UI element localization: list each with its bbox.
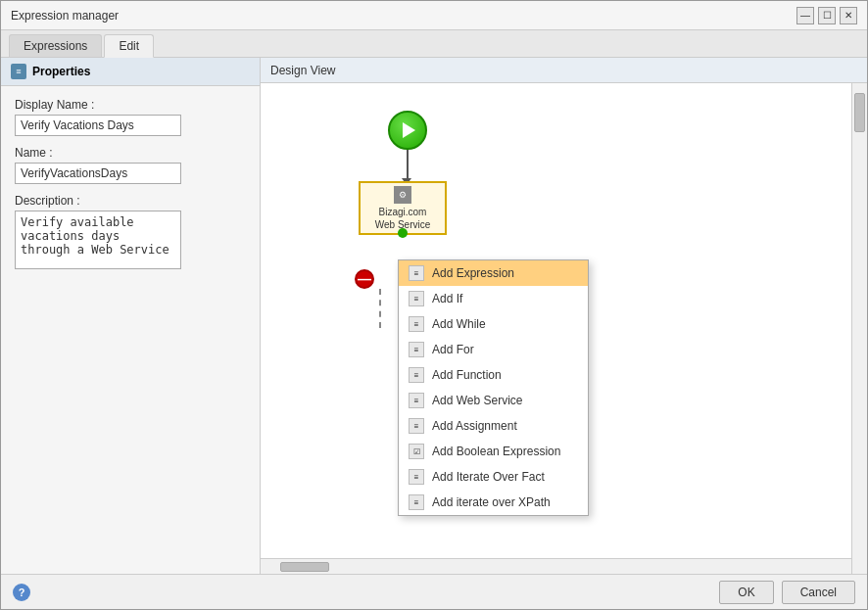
tabs-bar: Expressions Edit <box>1 30 867 58</box>
scrollbar-horizontal[interactable] <box>261 558 851 574</box>
connector-line <box>407 150 409 181</box>
expression-manager-window: Expression manager — ☐ ✕ Expressions Edi… <box>0 0 868 610</box>
menu-item-add-if[interactable]: ≡ Add If <box>399 286 588 311</box>
display-name-input[interactable] <box>15 115 181 136</box>
scroll-thumb-vertical[interactable] <box>854 93 865 132</box>
start-node <box>388 111 427 150</box>
name-field-group: Name : <box>15 146 246 184</box>
display-name-label: Display Name : <box>15 98 246 112</box>
tab-edit[interactable]: Edit <box>104 34 154 58</box>
menu-item-add-iterate-over-fact[interactable]: ≡ Add Iterate Over Fact <box>399 464 588 490</box>
scrollbar-vertical[interactable] <box>851 83 867 574</box>
close-button[interactable]: ✕ <box>840 7 857 24</box>
form-area: Display Name : Name : Description : Veri… <box>1 86 260 284</box>
web-service-icon: ⚙ <box>394 186 411 204</box>
add-web-service-icon: ≡ <box>409 393 424 408</box>
properties-header: ≡ Properties <box>1 58 260 86</box>
ws-node-label: Bizagi.comWeb Service <box>375 206 431 231</box>
minimize-button[interactable]: — <box>796 7 814 24</box>
window-title: Expression manager <box>11 9 119 23</box>
left-panel: ≡ Properties Display Name : Name : Descr… <box>1 58 261 574</box>
add-iterate-fact-icon: ≡ <box>409 469 424 485</box>
design-view-label: Design View <box>270 64 335 77</box>
design-canvas[interactable]: ⚙ Bizagi.comWeb Service — ≡ Add Expressi… <box>261 83 867 574</box>
display-name-field-group: Display Name : <box>15 98 246 136</box>
menu-item-add-web-service[interactable]: ≡ Add Web Service <box>399 388 588 413</box>
context-menu: ≡ Add Expression ≡ Add If ≡ Add While ≡ … <box>398 259 589 516</box>
title-bar: Expression manager — ☐ ✕ <box>1 1 867 30</box>
footer: ? OK Cancel <box>1 574 867 609</box>
cancel-button[interactable]: Cancel <box>782 581 855 604</box>
footer-buttons: OK Cancel <box>719 581 855 604</box>
add-boolean-expression-icon: ☑ <box>409 444 424 459</box>
menu-item-add-boolean-expression[interactable]: ☑ Add Boolean Expression <box>399 439 588 464</box>
description-textarea[interactable]: Verify available vacations days through … <box>15 211 181 269</box>
help-button[interactable]: ? <box>13 584 30 601</box>
main-content: ≡ Properties Display Name : Name : Descr… <box>1 58 867 574</box>
maximize-button[interactable]: ☐ <box>818 7 836 24</box>
title-bar-controls: — ☐ ✕ <box>796 7 857 24</box>
name-label: Name : <box>15 146 246 160</box>
error-icon: — <box>355 269 374 289</box>
properties-icon: ≡ <box>11 64 26 79</box>
play-icon <box>403 122 415 138</box>
menu-item-add-for[interactable]: ≡ Add For <box>399 337 588 362</box>
add-function-icon: ≡ <box>409 367 424 383</box>
properties-label: Properties <box>32 65 90 78</box>
menu-item-add-iterate-over-xpath[interactable]: ≡ Add iterate over XPath <box>399 490 588 515</box>
description-label: Description : <box>15 194 246 208</box>
menu-item-add-assignment[interactable]: ≡ Add Assignment <box>399 413 588 439</box>
add-if-icon: ≡ <box>409 291 424 306</box>
description-field-group: Description : Verify available vacations… <box>15 194 246 272</box>
add-iterate-xpath-icon: ≡ <box>409 494 424 510</box>
menu-item-add-expression[interactable]: ≡ Add Expression <box>399 260 588 286</box>
dashed-connector <box>379 289 381 328</box>
menu-item-add-function[interactable]: ≡ Add Function <box>399 362 588 388</box>
add-while-icon: ≡ <box>409 316 424 332</box>
error-node: — <box>355 269 374 289</box>
design-view-header: Design View <box>261 58 867 83</box>
web-service-node: ⚙ Bizagi.comWeb Service <box>359 181 447 235</box>
right-panel: Design View ⚙ Bizagi.comWeb Service <box>261 58 867 574</box>
add-expression-icon: ≡ <box>409 265 424 281</box>
name-input[interactable] <box>15 163 181 184</box>
add-assignment-icon: ≡ <box>409 418 424 434</box>
tab-expressions[interactable]: Expressions <box>9 34 102 57</box>
title-bar-left: Expression manager <box>11 9 119 23</box>
add-for-icon: ≡ <box>409 342 424 357</box>
menu-item-add-while[interactable]: ≡ Add While <box>399 311 588 337</box>
dot-indicator <box>398 228 408 238</box>
ok-button[interactable]: OK <box>719 581 773 604</box>
scroll-thumb-horizontal[interactable] <box>280 562 329 572</box>
